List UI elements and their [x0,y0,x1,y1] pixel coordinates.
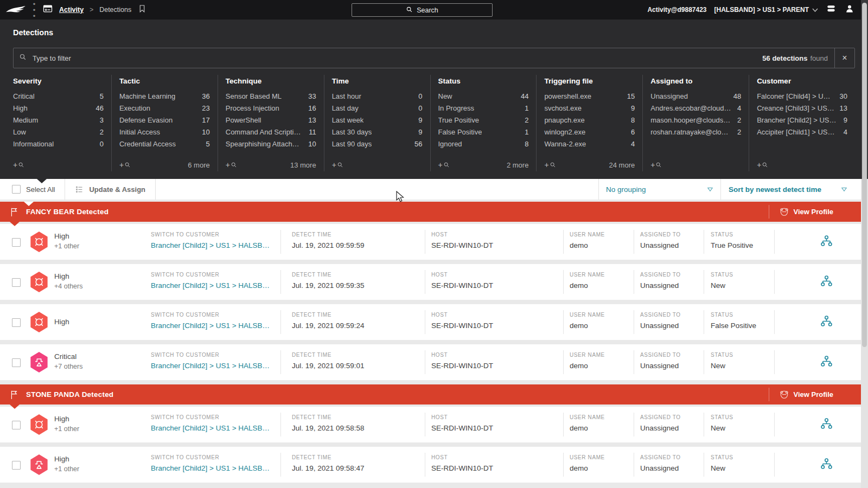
customer-link[interactable]: Brancher [Child2] > US1 > HALSB… [151,241,270,249]
facet-item[interactable]: New44 [438,90,529,102]
add-filter-icon[interactable]: + [119,160,131,169]
facet-item[interactable]: svchost.exe9 [544,102,635,114]
facet-more[interactable]: 13 more [290,161,316,169]
process-tree-icon[interactable] [819,314,834,331]
process-tree-icon[interactable] [819,355,834,371]
add-filter-icon[interactable]: + [650,160,662,169]
facet-item[interactable]: Process Injection16 [226,102,316,114]
add-filter-icon[interactable]: + [438,160,450,169]
facet-item[interactable]: Falconer [Child4] > U…30 [757,90,847,102]
view-profile-button[interactable]: View Profile [779,207,833,217]
add-filter-icon[interactable]: + [544,160,556,169]
process-tree-icon[interactable] [819,417,834,434]
select-all-label[interactable]: Select All [26,185,55,194]
customer-link[interactable]: Brancher [Child2] > US1 > HALSB… [151,424,270,432]
update-assign-button[interactable]: Update & Assign [75,185,155,194]
facet-more[interactable]: 6 more [188,161,209,169]
facet-more[interactable]: 24 more [609,161,635,169]
facet-item[interactable]: Wanna-2.exe4 [544,138,635,150]
severity-extra[interactable]: +4 others [54,282,82,290]
facet-item[interactable]: Credential Access5 [119,138,210,150]
severity-extra[interactable]: +1 other [54,242,79,250]
facet-item[interactable]: Last 30 days9 [332,126,423,138]
facet-item[interactable]: Last 90 days56 [332,138,423,150]
facet-item[interactable]: Last hour0 [332,90,423,102]
facet-item-count: 4 [631,140,635,148]
scrollbar-thumb[interactable] [862,3,867,347]
detection-row[interactable]: High+1 other SWITCH TO CUSTOMERBrancher … [0,407,868,442]
facet-item[interactable]: Ignored8 [438,138,529,150]
facet-item[interactable]: Medium3 [13,114,104,126]
facet-item[interactable]: Command And Scripti…11 [226,126,316,138]
facet-item[interactable]: Accipiter [Child1] > US…4 [757,126,847,138]
add-filter-icon[interactable]: + [13,160,24,169]
sort-dropdown[interactable]: Sort by newest detect time [722,179,853,200]
customer-link[interactable]: Brancher [Child2] > US1 > HALSB… [151,322,270,330]
facet-item[interactable]: mason.hooper@clouds…2 [650,114,741,126]
detection-row[interactable]: High+1 other SWITCH TO CUSTOMERBrancher … [0,447,868,483]
facet-item[interactable]: Unassigned48 [650,90,741,102]
user-profile-icon[interactable] [844,3,855,16]
detection-row[interactable]: High SWITCH TO CUSTOMERBrancher [Child2]… [0,304,868,340]
facet-item[interactable]: False Positive1 [438,126,529,138]
facet-item[interactable]: High46 [13,102,104,114]
detection-row[interactable]: High+1 other SWITCH TO CUSTOMERBrancher … [0,224,868,260]
facet-item[interactable]: Informational0 [13,138,104,150]
detection-row[interactable]: High+4 others SWITCH TO CUSTOMERBrancher… [0,264,868,300]
severity-extra[interactable]: +1 other [54,465,79,473]
row-checkbox[interactable] [12,358,21,367]
detection-row[interactable]: Critical+7 others SWITCH TO CUSTOMERBran… [0,344,868,380]
facet-item[interactable]: Initial Access10 [119,126,210,138]
select-all-checkbox[interactable] [12,185,21,194]
row-checkbox[interactable] [12,421,21,429]
severity-extra[interactable]: +1 other [54,425,79,433]
customer-link[interactable]: Brancher [Child2] > US1 > HALSB… [151,464,270,472]
facet-item[interactable]: Andres.escobar@cloud…4 [650,102,741,114]
facet-item[interactable]: Spearphishing Attach…10 [226,138,316,150]
severity-extra[interactable]: +7 others [54,363,82,370]
falcon-logo[interactable] [5,4,26,16]
facet-item[interactable]: Defense Evasion17 [119,114,210,126]
facet-item[interactable]: Brancher [Child2] > US…9 [757,114,847,126]
row-checkbox[interactable] [12,461,21,470]
bookmark-icon[interactable] [137,4,147,16]
facet-item[interactable]: Execution23 [119,102,210,114]
facet-item[interactable]: winlogn2.exe6 [544,126,635,138]
facet-item[interactable]: Last week9 [332,114,423,126]
view-profile-button[interactable]: View Profile [779,390,833,400]
facet-item[interactable]: In Progress1 [438,102,529,114]
clear-filter-button[interactable]: × [835,49,854,67]
facet-item[interactable]: powershell.exe15 [544,90,635,102]
row-checkbox[interactable] [12,238,21,247]
facet-item[interactable]: Critical5 [13,90,104,102]
facet-item[interactable]: True Positive2 [438,114,529,126]
customer-link[interactable]: Brancher [Child2] > US1 > HALSB… [151,362,270,370]
facet-item[interactable]: Creance [Child3] > US…13 [757,102,847,114]
facet-item[interactable]: Low2 [13,126,104,138]
filter-input[interactable] [31,54,762,63]
facet-item[interactable]: Last day0 [332,102,423,114]
row-checkbox[interactable] [12,278,21,287]
notifications-icon[interactable] [826,3,837,16]
facet-item[interactable]: Machine Learning36 [119,90,210,102]
facet-item[interactable]: PowerShell13 [226,114,316,126]
grouping-dropdown[interactable]: No grouping [598,179,721,200]
global-search[interactable]: Search [352,3,493,17]
kebab-menu-icon[interactable]: ••• [32,1,36,19]
tenant-selector[interactable]: [HALSBAND] > US1 > PARENT [714,6,818,14]
process-tree-icon[interactable] [819,274,834,291]
process-tree-icon[interactable] [819,234,834,251]
add-filter-icon[interactable]: + [332,160,343,169]
process-tree-icon[interactable] [819,457,834,474]
facet-item[interactable]: Sensor Based ML33 [226,90,316,102]
facet-more[interactable]: 2 more [507,161,528,169]
breadcrumb-activity-link[interactable]: Activity [59,6,84,14]
add-filter-icon[interactable]: + [226,160,237,169]
facet-item[interactable]: roshan.ratnayake@clo…2 [650,126,741,138]
vertical-scrollbar[interactable] [861,0,868,488]
row-checkbox[interactable] [12,318,21,327]
facet-item[interactable]: pnaupch.exe8 [544,114,635,126]
customer-link[interactable]: Brancher [Child2] > US1 > HALSB… [151,281,270,290]
add-filter-icon[interactable]: + [757,160,768,169]
app-switcher-icon[interactable] [42,3,53,16]
